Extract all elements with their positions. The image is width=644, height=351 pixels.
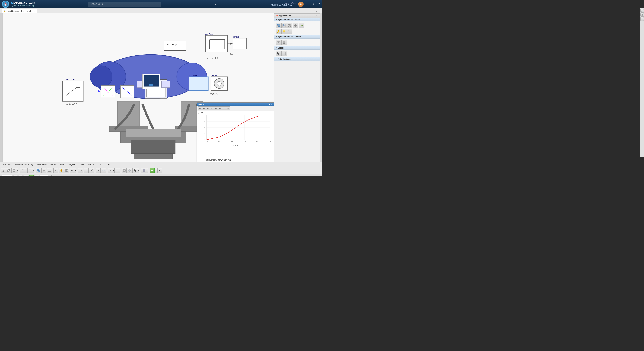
menu-simulation[interactable]: Simulation: [35, 162, 48, 167]
menu-ar-vr[interactable]: AR-VR: [86, 162, 96, 167]
undo-btn[interactable]: [20, 168, 25, 173]
advance-arrow[interactable]: ▼: [74, 168, 76, 173]
split-btn[interactable]: [84, 168, 88, 173]
text-btn[interactable]: T: [115, 168, 120, 173]
table-btn[interactable]: [64, 168, 69, 173]
select-icon-cursor[interactable]: [276, 51, 281, 56]
tab-add-btn[interactable]: +: [38, 9, 41, 13]
select-icon-area[interactable]: [281, 51, 287, 56]
more-btn[interactable]: >>: [157, 168, 162, 173]
undo-arrow[interactable]: ▼: [25, 168, 27, 173]
collab-space[interactable]: 1DS Private Collab Space ▼: [271, 4, 296, 6]
avatar[interactable]: AN: [298, 2, 304, 7]
time-input[interactable]: 0.316s: [2, 175, 12, 176]
panel-icon-diagram[interactable]: [276, 23, 281, 28]
panel-icon-scissors[interactable]: [287, 23, 292, 28]
system-behavior-options-header[interactable]: ▼ System Behavior Options: [274, 35, 320, 39]
canvas-area[interactable]: dutyCycle duration=0.3 loadTorque torque…: [3, 14, 274, 162]
probe-btn[interactable]: [108, 168, 113, 173]
play-toolbar-btn[interactable]: [150, 168, 155, 173]
opt-icon-1[interactable]: [276, 40, 281, 45]
menu-diagram[interactable]: Diagram: [66, 162, 78, 167]
advance-btn[interactable]: [70, 168, 74, 173]
step-up-btn[interactable]: ▲: [49, 175, 52, 176]
left-sidebar-handle[interactable]: ›: [0, 14, 3, 162]
plot-tool-table[interactable]: ⊞: [214, 107, 218, 110]
link-btn[interactable]: [54, 168, 58, 173]
transform-btn[interactable]: [36, 168, 41, 173]
connect-btn[interactable]: [96, 168, 100, 173]
plot-tool-export[interactable]: ⊡: [226, 107, 230, 110]
play-options-arrow[interactable]: ▼: [155, 168, 157, 173]
menu-standard[interactable]: Standard: [1, 162, 13, 167]
opt-icon-2[interactable]: [281, 40, 287, 45]
collapse-tri-1[interactable]: ▼: [276, 19, 277, 21]
tab-close-icon[interactable]: ×: [33, 10, 34, 12]
help-icon[interactable]: ?: [318, 2, 320, 6]
prev-btn[interactable]: [18, 175, 23, 176]
plot-close-btn[interactable]: ×: [271, 103, 272, 106]
simulation-btn[interactable]: [59, 168, 64, 173]
menu-to[interactable]: To...: [106, 162, 113, 167]
plot-tool-back[interactable]: ←: [210, 107, 214, 110]
pin-icon[interactable]: 📌: [276, 15, 278, 17]
panel-icon-bulb[interactable]: [281, 29, 287, 34]
system-behavior-panels-header[interactable]: ▼ System Behavior Panels: [274, 18, 320, 22]
rectangle-btn[interactable]: [78, 168, 83, 173]
plot-tool-zoom[interactable]: ⊕: [202, 107, 206, 110]
next-btn[interactable]: [35, 175, 39, 176]
plot-minimize-btn[interactable]: −: [269, 103, 270, 106]
plot-tool-pan[interactable]: ✏: [206, 107, 210, 110]
panel-icon-gear[interactable]: [293, 23, 298, 28]
step-spinner[interactable]: ▲ ▼: [49, 175, 52, 176]
arrange-btn[interactable]: [141, 168, 146, 173]
material-btn[interactable]: [127, 168, 132, 173]
collapse-tri-2[interactable]: ▼: [276, 36, 277, 38]
share-icon[interactable]: ⇧: [312, 2, 315, 7]
plot-tool-select[interactable]: ⊞: [198, 107, 202, 110]
main-tab[interactable]: 🔒 DataSelection (Encrypted) ×: [2, 9, 37, 13]
search-bar[interactable]: [88, 2, 161, 7]
panel-icon-wave[interactable]: [298, 23, 304, 28]
panel-minimize-btn[interactable]: −: [312, 15, 314, 17]
sqrt-btn[interactable]: [89, 168, 94, 173]
redo-btn[interactable]: [28, 168, 32, 173]
image-btn[interactable]: [122, 168, 127, 173]
step-input[interactable]: 0.01: [40, 175, 48, 176]
menu-behavior-tools[interactable]: Behavior Tools: [48, 162, 66, 167]
cut-btn[interactable]: [1, 168, 6, 173]
collapse-tri-4[interactable]: ▼: [276, 58, 277, 60]
paste-btn[interactable]: [12, 168, 16, 173]
redo-arrow[interactable]: ▼: [32, 168, 34, 173]
collapse-tri-3[interactable]: ▼: [276, 47, 277, 49]
arrange-arrow[interactable]: ▼: [146, 168, 148, 173]
select-toolbar-btn[interactable]: [132, 168, 138, 173]
search-input[interactable]: [92, 3, 159, 5]
plot-tool-clear[interactable]: ✕: [222, 107, 226, 110]
panel-icon-star[interactable]: [276, 29, 281, 34]
pause-btn[interactable]: [24, 175, 28, 176]
paste-arrow[interactable]: ▼: [16, 168, 18, 173]
compass-logo[interactable]: V.6: [2, 1, 9, 8]
panel-icon-behavior[interactable]: [281, 23, 287, 28]
panel-icon-arrows[interactable]: [287, 29, 292, 34]
add-icon[interactable]: ＋: [306, 2, 310, 7]
rewind-btn[interactable]: [13, 175, 18, 176]
menu-view[interactable]: View: [78, 162, 86, 167]
upload-btn[interactable]: [47, 168, 52, 173]
menu-behavior-authoring[interactable]: Behavior Authoring: [13, 162, 35, 167]
copy-btn[interactable]: [6, 168, 11, 173]
select-toolbar-arrow[interactable]: ▼: [138, 168, 139, 173]
probe-arrow[interactable]: ▼: [113, 168, 114, 173]
panel-close-btn[interactable]: ×: [315, 15, 318, 17]
tag-icon[interactable]: 🏷: [215, 3, 218, 6]
restore-window-icon[interactable]: ⛶: [316, 10, 320, 13]
filter-variants-header[interactable]: ▼ Filter Variants: [274, 57, 320, 61]
plot-tool-grid[interactable]: ⊟: [218, 107, 222, 110]
play-forward-btn[interactable]: [29, 175, 34, 176]
right-sidebar-handle[interactable]: ‹: [320, 14, 322, 162]
menu-tools[interactable]: Tools: [96, 162, 106, 167]
select-header[interactable]: ▼ Select: [274, 46, 320, 50]
sensor-btn[interactable]: [101, 168, 106, 173]
component-btn[interactable]: [42, 168, 46, 173]
